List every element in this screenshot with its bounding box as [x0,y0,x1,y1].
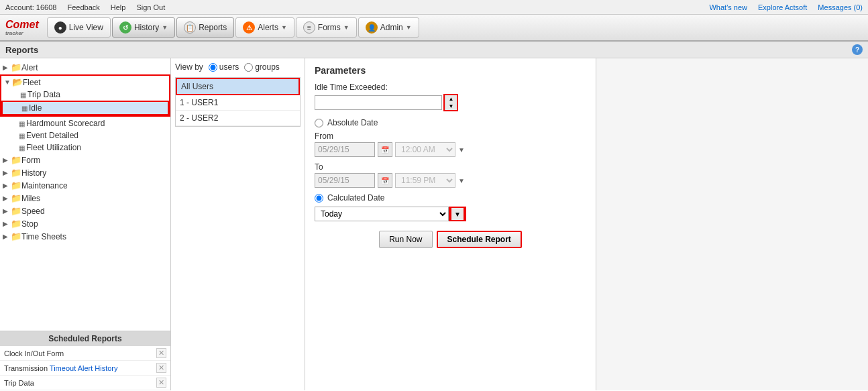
nav-bar: Comettracker ● Live View ↺ History ▼ 📋 R… [0,15,868,42]
expand-icon: ▶ [3,220,11,227]
report-icon: ▦ [21,105,28,112]
account-label: Account: 16608 [5,3,56,11]
absolute-date-label: Absolute Date [327,118,378,127]
admin-nav[interactable]: 👤 Admin ▼ [358,17,419,38]
scheduled-item-close-tripdata[interactable]: ✕ [156,378,166,388]
help-link[interactable]: Help [111,3,126,11]
sidebar-item-maintenance[interactable]: ▶ 📁 Maintenance [0,179,170,192]
folder-icon: 📁 [11,168,21,178]
signout-link[interactable]: Sign Out [136,3,165,11]
reports-nav[interactable]: 📋 Reports [176,17,234,38]
sidebar-item-history[interactable]: ▶ 📁 History [0,166,170,179]
to-calendar-button[interactable]: 📅 [378,173,392,188]
calc-date-select-row: Today Yesterday This Week Last Week This… [315,207,586,221]
users-radio-label[interactable]: users [209,62,239,72]
schedule-report-button[interactable]: Schedule Report [437,231,522,248]
idle-time-row: Idle Time Exceeded: ▲ ▼ [315,82,586,111]
admin-arrow-icon: ▼ [406,24,412,31]
logo: Comettracker [5,19,39,36]
report-icon: ▦ [19,120,25,127]
to-date-row: To 📅 11:59 PM ▼ [315,162,586,188]
idle-time-input[interactable] [315,95,442,110]
absolute-date-radio[interactable] [315,119,323,127]
sidebar-item-stop[interactable]: ▶ 📁 Stop [0,217,170,230]
users-radio[interactable] [209,63,217,72]
user-item-1[interactable]: 1 - USER1 [176,95,300,111]
calculated-date-radio[interactable] [315,194,323,203]
sidebar-item-miles[interactable]: ▶ 📁 Miles [0,192,170,205]
scheduled-item-close-transmission[interactable]: ✕ [156,363,166,373]
view-by-row: View by users groups [175,62,301,72]
sidebar-item-event-detailed[interactable]: ▦ Event Detailed [0,129,170,142]
calculated-date-select[interactable]: Today Yesterday This Week Last Week This… [315,207,449,221]
expand-icon: ▶ [3,64,11,71]
sidebar-item-form[interactable]: ▶ 📁 Form [0,154,170,166]
sidebar-item-alert[interactable]: ▶ 📁 Alert [0,61,170,74]
folder-icon: 📁 [11,180,21,190]
live-view-nav[interactable]: ● Live View [47,17,111,38]
folder-open-icon: 📂 [12,77,23,87]
absolute-date-row: Absolute Date [315,118,586,127]
groups-radio[interactable] [244,63,253,72]
sidebar-item-hardmount[interactable]: ▦ Hardmount Scorecard [0,117,170,129]
live-view-icon: ● [54,21,66,34]
run-now-button[interactable]: Run Now [379,231,432,248]
feedback-link[interactable]: Feedback [67,3,99,11]
forms-icon: ≡ [303,21,315,34]
admin-icon: 👤 [366,21,378,34]
messages-link[interactable]: Messages (0) [818,3,863,11]
alerts-arrow-icon: ▼ [281,24,287,31]
from-date-row: From 📅 12:00 AM ▼ [315,131,586,157]
expand-icon: ▶ [3,233,11,240]
history-nav[interactable]: ↺ History ▼ [112,17,175,38]
scheduled-item-clockin: Clock In/Out Form ✕ [0,346,170,361]
expand-icon: ▶ [3,156,11,164]
reports-icon: 📋 [184,21,196,34]
to-label: To [315,162,586,172]
user-item-all[interactable]: All Users [176,78,300,95]
idle-time-label: Idle Time Exceeded: [315,82,586,92]
scheduled-header: Scheduled Reports [0,331,170,346]
scheduled-item-tripdata: Trip Data ✕ [0,376,170,390]
to-time-select[interactable]: 11:59 PM [395,173,455,188]
spin-down-button[interactable]: ▼ [445,103,457,110]
alerts-icon: ⚠ [243,21,255,34]
sidebar-item-idle[interactable]: ▦ Idle [1,101,169,115]
history-arrow-icon: ▼ [162,24,168,31]
expand-icon: ▶ [3,194,11,202]
params-panel: Parameters Idle Time Exceeded: ▲ ▼ Absol… [305,58,596,390]
scheduled-item-close-clockin[interactable]: ✕ [156,348,166,358]
to-time-arrow-icon: ▼ [458,177,465,184]
sidebar-item-trip-data[interactable]: ▦ Trip Data [1,89,169,101]
explore-actsoft-link[interactable]: Explore Actsoft [758,3,807,11]
scheduled-section: Scheduled Reports Clock In/Out Form ✕ Tr… [0,331,170,390]
scheduled-item-transmission: Transmission Timeout Alert History ✕ [0,361,170,376]
history-icon: ↺ [119,21,131,34]
sidebar-item-fleet[interactable]: ▼ 📂 Fleet [1,76,169,89]
main-layout: ▶ 📁 Alert ▼ 📂 Fleet ▦ Trip Data [0,58,868,390]
from-time-arrow-icon: ▼ [458,146,465,154]
folder-icon: 📁 [11,155,21,165]
from-time-select[interactable]: 12:00 AM [395,142,455,157]
expand-icon: ▶ [3,182,11,189]
sidebar-item-speed[interactable]: ▶ 📁 Speed [0,205,170,217]
sidebar-item-fleet-utilization[interactable]: ▦ Fleet Utilization [0,142,170,154]
sidebar-item-timesheets[interactable]: ▶ 📁 Time Sheets [0,230,170,243]
groups-radio-label[interactable]: groups [244,62,280,72]
action-row: Run Now Schedule Report [315,231,586,248]
page-title: Reports [5,45,38,55]
to-date-input[interactable] [315,173,375,188]
top-bar: Account: 16608 Feedback Help Sign Out Wh… [0,0,868,15]
params-title: Parameters [315,65,586,76]
from-date-input[interactable] [315,142,375,157]
user-item-2[interactable]: 2 - USER2 [176,111,300,126]
spin-up-button[interactable]: ▲ [445,95,457,103]
forms-nav[interactable]: ≡ Forms ▼ [296,17,357,38]
calc-date-dropdown-button[interactable]: ▼ [450,207,465,221]
help-icon[interactable]: ? [852,44,863,55]
whats-new-link[interactable]: What's new [709,3,747,11]
expand-icon: ▶ [3,169,11,176]
alerts-nav[interactable]: ⚠ Alerts ▼ [235,17,294,38]
from-calendar-button[interactable]: 📅 [378,142,392,157]
folder-icon: 📁 [11,193,21,203]
